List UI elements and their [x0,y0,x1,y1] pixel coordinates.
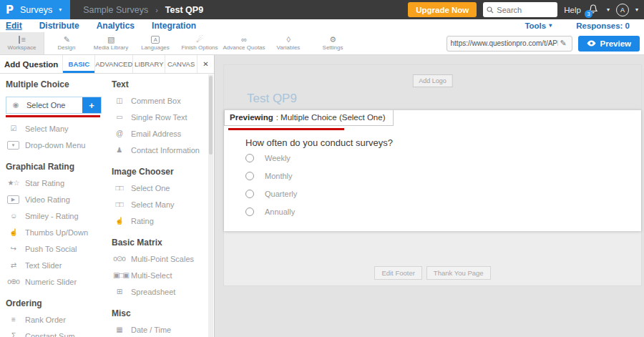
item-label: Comment Box [131,97,181,105]
panel-scrollbar[interactable] [208,74,213,337]
preview-button[interactable]: Preview [578,36,640,52]
tab-canvas[interactable]: CANVAS [165,55,197,73]
survey-url-input[interactable] [451,39,558,47]
survey-toolbar: ≡ Workspace ✎ Design ▧ Media Library A L… [0,32,644,55]
star-rating-icon: ★☆ [7,180,19,187]
option-label: Monthly [265,172,293,180]
item-label: Constant Sum [25,332,75,337]
nav-item-distribute[interactable]: Distribute [39,21,79,31]
survey-header: Add Logo Test QP9 [224,65,641,109]
question-type-constant-sum[interactable]: Σ Constant Sum [7,332,103,337]
toolbar-settings-button[interactable]: ⚙ Settings [311,32,355,54]
question-type-select-many[interactable]: ☑ Select Many [7,124,103,133]
question-text[interactable]: How often do you conduct surveys? [245,137,393,148]
question-type-image-rating[interactable]: ☝ Rating [113,217,209,225]
previewing-detail: : Multiple Choice (Select One) [276,113,386,122]
upgrade-now-button[interactable]: Upgrade Now [408,2,477,17]
toolbar-label: Settings [323,45,343,51]
answer-options: Weekly Monthly Quarterly Annually [245,149,297,220]
question-type-video-rating[interactable]: ▶ Video Rating [7,195,103,204]
design-palette-icon: ✎ [64,36,70,44]
add-logo-button[interactable]: Add Logo [412,74,453,87]
panel-title: Add Question [0,55,62,73]
red-underline [228,128,344,130]
question-type-image-select-many[interactable]: □□ Select Many [113,200,209,209]
tab-basic[interactable]: BASIC [62,55,94,73]
notification-count-badge: 3 [585,10,592,18]
magic-wand-icon: ☄ [196,36,203,44]
nav-item-integration[interactable]: Integration [152,21,196,31]
tools-label: Tools [525,21,546,30]
panel-scrollbar-thumb[interactable] [209,76,213,155]
item-label: Email Address [131,130,181,138]
question-type-select-one[interactable]: ◉ Select One + [6,97,102,114]
search-box[interactable] [483,2,557,17]
option-monthly[interactable]: Monthly [245,167,297,185]
toolbar-workspace-button[interactable]: ≡ Workspace [0,32,44,54]
thank-you-page-button[interactable]: Thank You Page [426,266,491,280]
question-type-email-address[interactable]: @ Email Address [113,130,209,138]
responses-count[interactable]: Responses: 0 [576,21,630,30]
tools-menu[interactable]: Tools▾ [525,21,552,30]
question-type-push-to-social[interactable]: ↪ Push To Social [7,245,103,253]
nav-right: Tools▾ Responses: 0 [525,21,638,30]
edit-footer-button[interactable]: Edit Footer [374,266,421,280]
question-type-multi-point-scales[interactable]: o⊙o Multi-Point Scales [113,255,209,263]
toolbar-media-library-button[interactable]: ▧ Media Library [89,32,133,54]
question-type-image-select-one[interactable]: □□ Select One [113,184,209,192]
edit-url-pencil-icon[interactable]: ✎ [560,39,567,48]
toolbar-finish-options-button[interactable]: ☄ Finish Options [177,32,222,54]
toolbar-label: Workspace [8,45,36,51]
question-type-single-row-text[interactable]: ▭ Single Row Text [113,113,209,122]
section-heading: Misc [112,308,209,318]
tab-advanced[interactable]: ADVANCED [94,55,132,73]
radio-icon[interactable] [245,154,254,162]
avatar[interactable]: A [616,4,629,16]
single-row-text-icon: ▭ [113,114,125,121]
question-type-text-slider[interactable]: ⇄ Text Slider [7,261,103,270]
item-label: Spreadsheet [131,288,175,296]
notification-bell-icon[interactable]: 3 [587,4,600,16]
radio-icon[interactable] [245,190,254,198]
question-type-multi-select[interactable]: ▣□▣ Multi-Select [113,271,209,280]
notification-caret-icon[interactable]: ▾ [607,7,610,13]
question-type-smiley-rating[interactable]: ☺ Smiley - Rating [7,212,103,220]
option-quarterly[interactable]: Quarterly [245,185,297,202]
option-label: Quarterly [265,190,297,198]
toolbar-advance-quotas-button[interactable]: ∞ Advance Quotas [222,32,266,54]
toolbar-label: Variables [277,45,301,51]
question-type-date-time[interactable]: ▦ Date / Time [113,326,209,334]
survey-title[interactable]: Test QP9 [247,92,297,106]
toolbar-design-button[interactable]: ✎ Design [44,32,89,54]
toolbar-variables-button[interactable]: ◊ Variables [266,32,311,54]
nav-item-analytics[interactable]: Analytics [97,21,135,31]
search-icon [487,6,494,14]
breadcrumb-parent[interactable]: Sample Surveys [83,5,148,15]
question-type-numeric-slider[interactable]: o⊕o Numeric Slider [7,278,103,286]
add-select-one-button[interactable]: + [82,97,101,113]
radio-icon[interactable] [245,172,254,180]
tools-caret-icon: ▾ [549,23,552,29]
help-link[interactable]: Help [564,6,581,14]
question-type-comment-box[interactable]: ◫ Comment Box [113,97,209,105]
close-icon[interactable]: ✕ [197,55,214,73]
tab-library[interactable]: LIBRARY [132,55,165,73]
toolbar-label: Advance Quotas [223,45,265,51]
question-type-thumbs-up-down[interactable]: ☝ Thumbs Up/Down [7,228,103,237]
languages-icon: A [151,36,160,44]
account-caret-icon[interactable]: ▾ [635,7,638,13]
surveys-menu[interactable]: P Surveys ▾ [0,0,70,19]
option-annually[interactable]: Annually [245,202,297,220]
question-type-star-rating[interactable]: ★☆ Star Rating [7,179,103,187]
question-type-contact-information[interactable]: ♟ Contact Information [113,146,209,155]
question-type-rank-order[interactable]: ≡ Rank Order [7,316,103,324]
nav-item-edit[interactable]: Edit [6,21,22,31]
search-input[interactable] [497,6,551,14]
quota-links-icon: ∞ [241,36,246,44]
question-type-dropdown-menu[interactable]: ▾ Drop-down Menu [7,141,103,150]
toolbar-languages-button[interactable]: A Languages [133,32,177,54]
option-weekly[interactable]: Weekly [245,149,297,167]
smiley-icon: ☺ [7,213,19,220]
radio-icon[interactable] [245,207,254,216]
question-type-spreadsheet[interactable]: ⊞ Spreadsheet [113,288,209,296]
